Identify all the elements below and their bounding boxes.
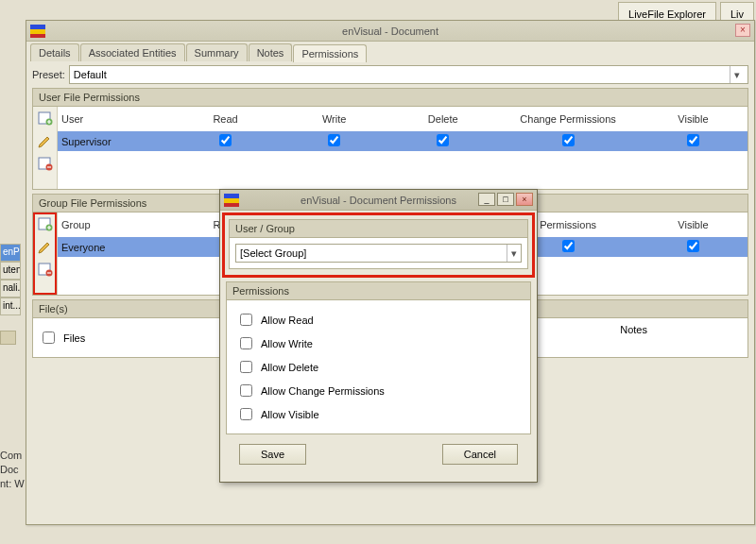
user-group-label: User / Group — [229, 219, 528, 238]
files-column-label: Files — [63, 332, 85, 344]
user-perms-icon-column — [33, 107, 58, 189]
user-visible-checkbox[interactable] — [687, 134, 699, 146]
add-group-icon[interactable] — [38, 216, 53, 231]
tab-details[interactable]: Details — [30, 43, 79, 61]
save-button[interactable]: Save — [239, 444, 306, 465]
left-tab-item[interactable]: uten.. — [0, 262, 21, 280]
user-write-checkbox[interactable] — [328, 134, 340, 146]
allow-read-label: Allow Read — [261, 314, 314, 326]
allow-change-label: Allow Change Permissions — [261, 385, 385, 397]
group-select-value: [Select Group] — [240, 247, 306, 259]
allow-write-checkbox[interactable] — [240, 337, 252, 349]
allow-visible-label: Allow Visible — [261, 409, 319, 420]
tab-associated-entities[interactable]: Associated Entities — [80, 43, 185, 61]
allow-write-label: Allow Write — [261, 338, 313, 349]
user-perms-header: User File Permissions — [32, 88, 748, 107]
preset-dropdown[interactable]: Default ▾ — [69, 65, 748, 84]
dialog-minimize-button[interactable]: _ — [478, 193, 495, 206]
dialog-maximize-button[interactable]: □ — [497, 193, 514, 206]
left-tab-item[interactable]: enPr.. — [0, 244, 21, 262]
preset-value: Default — [74, 69, 107, 80]
tab-strip: Details Associated Entities Summary Note… — [26, 42, 754, 61]
delete-user-icon[interactable] — [38, 156, 53, 171]
group-change-checkbox[interactable] — [562, 240, 575, 252]
allow-delete-checkbox[interactable] — [240, 361, 252, 373]
footer-fragment: Com Doc nt: W — [0, 449, 25, 491]
allow-delete-label: Allow Delete — [261, 362, 318, 373]
edit-group-icon[interactable] — [38, 239, 53, 254]
left-tab-strip: enPr.. uten.. nali.. int... — [0, 244, 21, 315]
user-perms-columns: User Read Write Delete Change Permission… — [58, 107, 747, 131]
window-titlebar: enVisual - Document × — [26, 21, 754, 42]
left-misc-handle — [0, 331, 16, 345]
left-tab-item[interactable]: int... — [0, 298, 21, 315]
group-visible-checkbox[interactable] — [687, 240, 699, 252]
permissions-dialog: enVisual - Document Permissions _ □ × Us… — [219, 189, 538, 483]
edit-user-icon[interactable] — [38, 133, 53, 148]
delete-group-icon[interactable] — [38, 262, 53, 277]
notes-column-label: Notes — [620, 324, 647, 351]
left-tab-item[interactable]: nali.. — [0, 280, 21, 298]
window-close-button[interactable]: × — [735, 24, 750, 37]
allow-change-checkbox[interactable] — [240, 384, 252, 397]
group-select-highlight: User / Group [Select Group] ▾ — [222, 212, 535, 278]
chevron-down-icon: ▾ — [507, 245, 521, 262]
group-perms-icon-column — [33, 212, 58, 295]
user-perm-row[interactable]: Supervisor — [58, 131, 747, 151]
permissions-label: Permissions — [226, 281, 531, 300]
preset-label: Preset: — [32, 69, 65, 80]
user-change-checkbox[interactable] — [562, 134, 575, 146]
allow-read-checkbox[interactable] — [240, 314, 252, 326]
group-name-cell: Everyone — [58, 239, 171, 256]
allow-visible-checkbox[interactable] — [240, 408, 252, 420]
add-user-icon[interactable] — [38, 110, 53, 126]
dialog-close-button[interactable]: × — [516, 193, 533, 206]
user-read-checkbox[interactable] — [219, 134, 232, 146]
tab-notes[interactable]: Notes — [249, 43, 293, 61]
user-name-cell: Supervisor — [58, 133, 171, 150]
tab-permissions[interactable]: Permissions — [293, 44, 367, 62]
files-select-all-checkbox[interactable] — [43, 332, 55, 344]
user-delete-checkbox[interactable] — [437, 134, 449, 146]
cancel-button[interactable]: Cancel — [442, 444, 518, 465]
tab-summary[interactable]: Summary — [186, 43, 248, 61]
chevron-down-icon: ▾ — [730, 66, 744, 83]
dialog-titlebar: enVisual - Document Permissions _ □ × — [220, 190, 537, 211]
group-select-dropdown[interactable]: [Select Group] ▾ — [235, 244, 522, 263]
window-title: enVisual - Document — [26, 26, 754, 37]
